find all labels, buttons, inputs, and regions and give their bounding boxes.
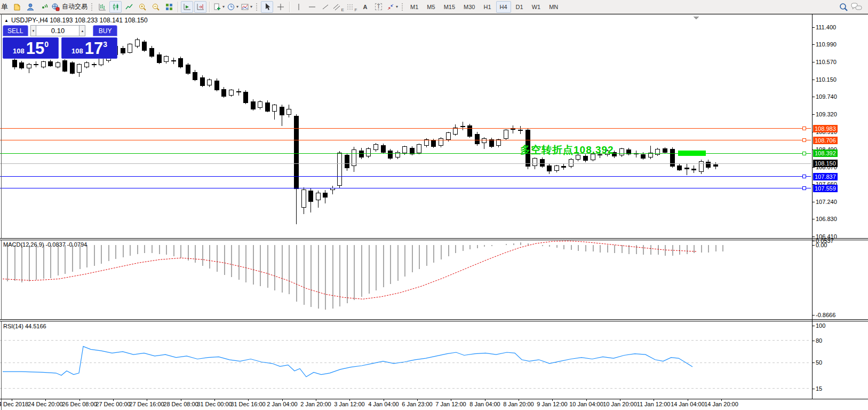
candle[interactable]	[121, 48, 125, 53]
candle[interactable]	[208, 80, 212, 85]
search-icon[interactable]	[837, 1, 849, 13]
candle[interactable]	[432, 140, 436, 147]
line-handle[interactable]	[802, 127, 806, 130]
candle[interactable]	[504, 130, 508, 138]
candle[interactable]	[352, 149, 356, 165]
candle[interactable]	[388, 151, 393, 158]
candle[interactable]	[55, 63, 60, 67]
candle[interactable]	[171, 61, 176, 61]
zoom-in-icon[interactable]	[136, 1, 148, 13]
candle[interactable]	[179, 59, 183, 67]
candle[interactable]	[641, 155, 646, 158]
vertical-line-icon[interactable]	[292, 1, 305, 13]
zoom-out-icon[interactable]	[149, 1, 162, 13]
line-handle[interactable]	[802, 152, 806, 155]
candle[interactable]	[713, 165, 718, 167]
fibonacci-icon[interactable]: F	[346, 1, 358, 13]
pane-separator[interactable]	[0, 238, 868, 240]
candle[interactable]	[706, 162, 711, 167]
candle[interactable]	[460, 126, 465, 127]
candle[interactable]	[519, 130, 523, 130]
candle[interactable]	[323, 193, 328, 197]
candle[interactable]	[193, 73, 197, 80]
bar-chart-icon[interactable]	[96, 1, 108, 13]
line-handle[interactable]	[802, 139, 806, 142]
toolbar-grip[interactable]	[91, 3, 93, 11]
sell-price-box[interactable]: 108 15 0	[3, 37, 59, 59]
candle[interactable]	[684, 168, 689, 169]
indicators-icon[interactable]: ▾	[240, 1, 253, 13]
turning-point-annotation[interactable]: 多空转折点108.392	[520, 143, 614, 157]
crosshair-icon[interactable]	[274, 1, 286, 13]
candle[interactable]	[287, 109, 291, 114]
candle[interactable]	[128, 44, 132, 52]
candle[interactable]	[258, 102, 262, 108]
buy-button[interactable]: BUY	[93, 25, 117, 36]
candle[interactable]	[236, 92, 241, 92]
profiles-clock-icon[interactable]: ▾	[226, 1, 239, 13]
lot-increase-button[interactable]: ▴	[79, 25, 85, 36]
candle[interactable]	[280, 107, 284, 115]
line-handle[interactable]	[802, 175, 806, 178]
candle[interactable]	[157, 54, 161, 63]
candlestick-chart-icon[interactable]	[109, 1, 122, 13]
candle[interactable]	[92, 65, 96, 65]
candle[interactable]	[244, 92, 248, 103]
candle[interactable]	[547, 165, 552, 171]
candle[interactable]	[374, 145, 378, 149]
candle[interactable]	[316, 193, 320, 200]
line-chart-icon[interactable]	[123, 1, 135, 13]
candle[interactable]	[489, 140, 493, 147]
candle[interactable]	[417, 145, 421, 153]
auto-trading-button[interactable]: 自动交易	[51, 1, 88, 13]
candle[interactable]	[359, 151, 363, 157]
lot-decrease-button[interactable]: ▾	[30, 25, 37, 36]
candle[interactable]	[200, 77, 204, 86]
toolbar-grip[interactable]	[401, 3, 404, 11]
candle[interactable]	[482, 138, 487, 143]
candle[interactable]	[34, 65, 38, 65]
candle[interactable]	[99, 59, 103, 65]
timeframe-M1[interactable]: M1	[407, 1, 422, 13]
tile-windows-icon[interactable]	[163, 1, 175, 13]
candle[interactable]	[554, 165, 559, 170]
arrows-icon[interactable]: ▾	[386, 1, 399, 13]
candle[interactable]	[164, 57, 169, 61]
collapse-triangle-icon[interactable]: ▲	[4, 18, 9, 23]
candle[interactable]	[648, 153, 652, 157]
candle[interactable]	[294, 116, 298, 189]
chart-shift-marker[interactable]	[694, 17, 699, 20]
timeframe-H1[interactable]: H1	[480, 1, 495, 13]
candle[interactable]	[142, 42, 147, 50]
lot-size-input[interactable]	[36, 25, 79, 36]
timeframe-M5[interactable]: M5	[423, 1, 439, 13]
rsi-pane[interactable]	[0, 321, 811, 399]
trendline-icon[interactable]	[319, 1, 331, 13]
candle[interactable]	[20, 63, 24, 68]
timeframe-M30[interactable]: M30	[460, 1, 479, 13]
candle[interactable]	[85, 63, 89, 67]
price-axis[interactable]: 111.400110.990110.570110.150109.740109.3…	[813, 0, 868, 410]
candle[interactable]	[619, 149, 624, 155]
candle[interactable]	[475, 134, 479, 144]
text-label-icon[interactable]: T	[372, 1, 385, 13]
highlight-bar[interactable]	[678, 151, 706, 156]
timeframe-D1[interactable]: D1	[512, 1, 527, 13]
candle[interactable]	[251, 102, 255, 109]
signal-icon[interactable]	[37, 1, 50, 13]
candle[interactable]	[149, 48, 154, 57]
candle[interactable]	[533, 159, 537, 165]
candle[interactable]	[77, 64, 82, 73]
candle[interactable]	[699, 161, 703, 171]
candle[interactable]	[678, 165, 682, 170]
candle[interactable]	[49, 61, 53, 66]
sell-button[interactable]: SELL	[3, 25, 28, 36]
candle[interactable]	[27, 64, 31, 68]
time-axis[interactable]: 24 Dec 201824 Dec 20:0026 Dec 08:0027 De…	[0, 399, 868, 410]
candle[interactable]	[569, 159, 573, 166]
candle[interactable]	[562, 167, 566, 168]
candle[interactable]	[367, 149, 371, 156]
candle[interactable]	[63, 61, 67, 72]
timeframe-W1[interactable]: W1	[528, 1, 545, 13]
chart-shift-icon[interactable]	[194, 1, 206, 13]
